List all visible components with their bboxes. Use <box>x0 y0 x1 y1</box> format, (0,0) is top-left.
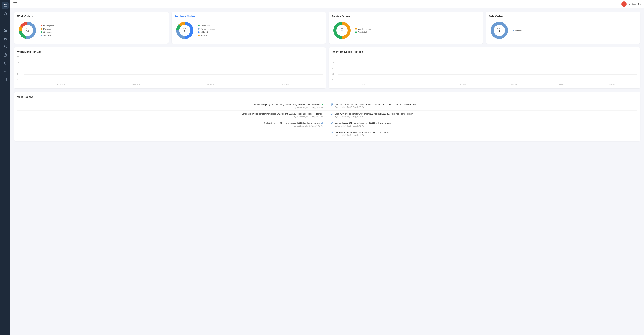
svg-point-13 <box>6 39 6 40</box>
inventory-card: Inventory Needs Restock 10 7.5 5 2.5 0 <box>329 47 640 88</box>
activity-right-0: Email with inspection sheet sent for ord… <box>328 103 638 108</box>
svg-rect-24 <box>4 80 5 80</box>
svg-rect-49 <box>322 113 323 115</box>
svg-rect-6 <box>4 23 7 23</box>
bars-container <box>24 56 323 81</box>
sidebar-icon-clipboard[interactable] <box>2 51 8 58</box>
activity-right-text-2: Updated order [162] for unit number [212… <box>335 122 391 124</box>
po-completed-dot <box>198 25 200 26</box>
so-vendor-label: Vendor Repair <box>358 28 371 30</box>
so-legend-road: Road Call <box>355 31 371 33</box>
sidebar-icon-bell[interactable] <box>2 60 8 66</box>
sidebar-icon-people[interactable] <box>2 43 8 50</box>
activity-left-2: Updated order [162] for unit number [212… <box>17 122 327 127</box>
y-label-5: 5 <box>17 73 19 75</box>
activity-right-2: Updated order [162] for unit number [212… <box>328 122 638 127</box>
sidebar-icon-gear[interactable] <box>2 68 8 75</box>
main-area: t test tech 4 ▾ Work Orders <box>10 0 644 335</box>
sidebar-icon-home[interactable] <box>2 10 8 17</box>
activity-right-meta-2: By test tech 4, Fri, 27 Sep, 9:41 PM <box>335 125 391 127</box>
sale-legend-unpaid: UnPaid <box>512 29 522 31</box>
sale-orders-title: Sale Orders <box>489 15 638 18</box>
svg-rect-8 <box>6 29 7 29</box>
sidebar-icon-truck[interactable] <box>2 35 8 42</box>
svg-point-34 <box>22 25 33 36</box>
service-orders-legend: Vendor Repair Road Call <box>355 28 371 33</box>
sale-orders-legend: UnPaid <box>512 29 522 31</box>
work-orders-legend: In Progress Pending Completed Submi <box>41 25 54 36</box>
inprogress-dot <box>41 25 42 26</box>
work-done-card: Work Done Per Day 20 15 10 5 0 <box>14 47 326 88</box>
sidebar-icon-grid[interactable] <box>2 2 8 9</box>
po-legend-completed: Completed <box>198 25 216 27</box>
po-legend-initiated: Initiated <box>198 31 216 33</box>
activity-left-0: Work Order [162], for customer [Trans Ho… <box>17 103 327 109</box>
inv-bars-container <box>338 56 637 81</box>
user-activity-card: User Activity Work Order [162], for cust… <box>14 92 640 141</box>
inv-x-4324802010: 4324802010 <box>489 84 537 85</box>
so-legend-vendor: Vendor Repair <box>355 28 371 30</box>
svg-rect-29 <box>14 5 17 5</box>
sidebar-icon-report[interactable] <box>2 76 8 83</box>
activity-right-text-0: Email with inspection sheet sent for ord… <box>335 103 417 106</box>
summary-cards-row: Work Orders <box>14 12 640 44</box>
svg-rect-27 <box>14 2 17 3</box>
po-initiated-label: Initiated <box>201 31 208 33</box>
x-label-0709: 07-09-2024 <box>28 84 95 85</box>
inv-x-33767: 33767-1 <box>340 84 388 85</box>
so-vendor-dot <box>355 28 357 30</box>
svg-rect-0 <box>4 4 5 5</box>
user-name: test tech 4 <box>628 2 639 5</box>
svg-point-14 <box>4 45 6 47</box>
edit-icon-2 <box>331 122 334 125</box>
work-orders-donut: Units 30 <box>17 20 38 41</box>
pending-label: Pending <box>43 28 51 30</box>
inv-y-5: 5 <box>332 67 334 69</box>
activity-left-1: Email with invoice sent for work order [… <box>17 112 327 118</box>
svg-point-39 <box>180 25 190 36</box>
work-orders-chart-container: Units 30 In Progress Pending <box>17 20 166 41</box>
hamburger-menu[interactable] <box>14 2 17 6</box>
pending-dot <box>41 28 42 30</box>
inventory-chart: 10 7.5 5 2.5 0 <box>332 56 637 85</box>
topbar-right: t test tech 4 ▾ <box>622 1 641 7</box>
submitted-dot <box>41 34 42 36</box>
user-menu[interactable]: t test tech 4 ▾ <box>622 1 641 7</box>
inv-y-75: 7.5 <box>332 62 334 64</box>
sidebar-icon-dashboard[interactable] <box>2 27 8 33</box>
submitted-label: Submitted <box>43 34 53 36</box>
inv-x-85148633: 85148633 <box>538 84 586 85</box>
legend-submitted: Submitted <box>41 34 54 36</box>
po-partial-dot <box>198 28 200 30</box>
work-orders-card: Work Orders <box>14 12 168 44</box>
sidebar-icon-list[interactable] <box>2 19 8 25</box>
user-avatar: t <box>622 1 627 7</box>
y-label-10: 10 <box>17 67 19 69</box>
x-label-2409: 24-09-2024 <box>252 84 319 85</box>
svg-rect-9 <box>6 30 7 32</box>
po-initiated-dot <box>198 31 200 33</box>
inventory-title: Inventory Needs Restock <box>332 50 637 53</box>
content-area: Work Orders <box>10 8 644 335</box>
svg-rect-5 <box>4 22 7 22</box>
chevron-down-icon: ▾ <box>640 3 641 5</box>
activity-left-text-0: Work Order [162], for customer [Trans Ho… <box>17 103 324 106</box>
work-done-title: Work Done Per Day <box>17 50 323 53</box>
service-orders-donut: SO 2 <box>332 20 352 41</box>
activity-right-meta-1: By test tech 4, Fri, 27 Sep, 9:42 PM <box>335 116 414 118</box>
work-done-chart: 20 15 10 5 0 <box>17 56 323 85</box>
x-label-0909: 09-09-2024 <box>177 84 244 85</box>
service-orders-title: Service Orders <box>332 15 480 18</box>
completed-dot <box>41 31 42 33</box>
activity-left-meta-0: By test tech 4, Fri, 27 Sep, 9:42 PM <box>17 106 324 109</box>
activity-right-content-2: Updated order [162] for unit number [212… <box>335 122 391 127</box>
work-orders-title: Work Orders <box>17 15 166 18</box>
purchase-orders-legend: Completed Partial Received Initiated <box>198 25 216 36</box>
sidebar <box>0 0 10 335</box>
legend-inprogress: In Progress <box>41 25 54 27</box>
svg-point-15 <box>6 45 6 46</box>
svg-point-12 <box>4 39 5 40</box>
inprogress-label: In Progress <box>43 25 54 27</box>
inv-y-0: 0 <box>332 79 334 81</box>
topbar-left <box>14 2 17 6</box>
